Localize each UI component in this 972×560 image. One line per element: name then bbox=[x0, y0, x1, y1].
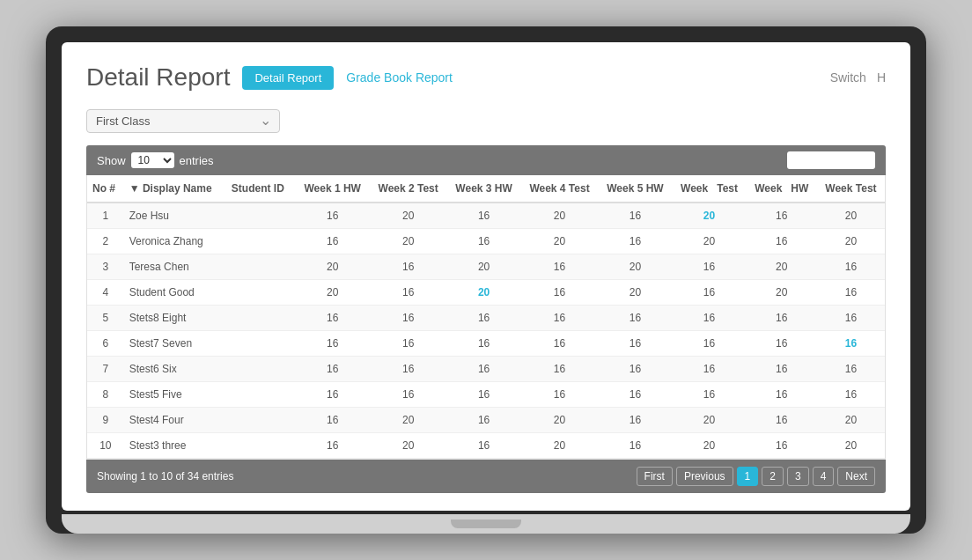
pagination-next[interactable]: Next bbox=[837, 467, 875, 486]
page-title: Detail Report bbox=[86, 63, 230, 92]
col-header-student-id: Student ID bbox=[226, 175, 296, 203]
pagination-page-4[interactable]: 4 bbox=[813, 467, 835, 486]
table-wrapper: No # ▼ Display Name Student ID Week 1 HW… bbox=[86, 175, 886, 460]
table-cell-student_id bbox=[226, 433, 296, 459]
table-cell-student_id bbox=[226, 408, 296, 433]
table-cell-w7_hw: 16 bbox=[747, 408, 817, 433]
table-cell-student_id bbox=[226, 306, 296, 331]
table-cell-w7_hw: 16 bbox=[747, 203, 817, 229]
table-cell-name: Stest6 Six bbox=[124, 357, 226, 382]
pagination-previous[interactable]: Previous bbox=[676, 467, 733, 486]
table-cell-w1_test: 20 bbox=[370, 408, 447, 433]
class-select-wrapper: First Class Second Class Third Class bbox=[86, 109, 280, 133]
pagination-page-1[interactable]: 1 bbox=[737, 467, 759, 486]
table-cell-name: Veronica Zhang bbox=[124, 229, 226, 254]
table-cell-name: Stest4 Four bbox=[124, 408, 226, 433]
col-header-w8-test: Week Test bbox=[817, 175, 885, 203]
table-row: 3Teresa Chen2016201620162016 bbox=[87, 254, 885, 280]
table-cell-w6_test: 20 bbox=[672, 433, 746, 459]
table-cell-name: Student Good bbox=[124, 280, 226, 306]
table-cell-no: 5 bbox=[87, 306, 124, 331]
pagination-page-3[interactable]: 3 bbox=[787, 467, 809, 486]
table-cell-w4_test: 20 bbox=[521, 203, 599, 229]
table-cell-w7_hw: 16 bbox=[747, 229, 817, 254]
table-cell-w5_hw: 20 bbox=[599, 254, 673, 280]
table-cell-w4_test: 16 bbox=[521, 280, 599, 306]
table-row: 7Stest6 Six1616161616161616 bbox=[87, 357, 885, 382]
table-cell-name: Teresa Chen bbox=[124, 254, 226, 280]
table-cell-w1_hw: 16 bbox=[296, 203, 370, 229]
table-cell-w4_test: 16 bbox=[521, 254, 599, 280]
table-cell-w1_test: 16 bbox=[370, 280, 447, 306]
pagination-page-2[interactable]: 2 bbox=[762, 467, 784, 486]
table-cell-w6_test: 16 bbox=[672, 306, 746, 331]
table-cell-w3_hw: 16 bbox=[447, 433, 521, 459]
table-cell-name: Stest5 Five bbox=[124, 382, 226, 408]
table-cell-w6_test: 16 bbox=[672, 254, 746, 280]
table-cell-w1_hw: 20 bbox=[296, 254, 370, 280]
table-cell-no: 2 bbox=[87, 229, 124, 254]
laptop-base bbox=[62, 514, 910, 534]
table-cell-w1_hw: 16 bbox=[296, 382, 370, 408]
table-row: 1Zoe Hsu1620162016201620 bbox=[87, 203, 885, 229]
gradebook-report-link[interactable]: Grade Book Report bbox=[346, 70, 453, 85]
table-cell-w1_test: 16 bbox=[370, 331, 447, 357]
table-cell-w1_test: 20 bbox=[370, 433, 447, 459]
table-cell-no: 7 bbox=[87, 357, 124, 382]
table-cell-name: Zoe Hsu bbox=[124, 203, 226, 229]
table-cell-w3_hw: 16 bbox=[447, 229, 521, 254]
table-cell-w5_hw: 16 bbox=[599, 382, 673, 408]
detail-report-button[interactable]: Detail Report bbox=[242, 66, 334, 90]
table-cell-w1_test: 16 bbox=[370, 382, 447, 408]
entries-select[interactable]: 10 25 50 100 bbox=[131, 152, 174, 168]
table-cell-w7_hw: 16 bbox=[747, 433, 817, 459]
table-cell-w7_hw: 20 bbox=[747, 254, 817, 280]
table-cell-w6_test: 16 bbox=[672, 331, 746, 357]
table-cell-w6_test: 20 bbox=[672, 408, 746, 433]
class-select[interactable]: First Class Second Class Third Class bbox=[86, 109, 280, 133]
table-cell-student_id bbox=[226, 382, 296, 408]
table-cell-w4_test: 16 bbox=[521, 331, 599, 357]
table-cell-w5_hw: 16 bbox=[599, 306, 673, 331]
table-cell-w8_test: 20 bbox=[817, 229, 885, 254]
highlighted-value: 20 bbox=[703, 210, 715, 222]
table-cell-w1_hw: 16 bbox=[296, 357, 370, 382]
table-cell-w5_hw: 16 bbox=[599, 433, 673, 459]
table-cell-w8_test: 16 bbox=[817, 357, 885, 382]
table-cell-w6_test: 20 bbox=[672, 203, 746, 229]
search-input[interactable] bbox=[787, 151, 875, 169]
table-cell-w1_hw: 16 bbox=[296, 331, 370, 357]
table-cell-w8_test: 20 bbox=[817, 408, 885, 433]
show-entries-bar: Show 10 25 50 100 entries bbox=[86, 145, 886, 175]
col-header-w3-hw: Week 3 HW bbox=[447, 175, 521, 203]
col-header-w1-hw: Week 1 HW bbox=[296, 175, 370, 203]
col-header-w6-test: Week Test bbox=[672, 175, 746, 203]
table-cell-w1_hw: 20 bbox=[296, 280, 370, 306]
table-cell-student_id bbox=[226, 280, 296, 306]
table-cell-w3_hw: 20 bbox=[447, 280, 521, 306]
table-cell-w7_hw: 16 bbox=[747, 357, 817, 382]
pagination: First Previous 1 2 3 4 Next bbox=[637, 467, 875, 486]
table-cell-w3_hw: 16 bbox=[447, 357, 521, 382]
table-cell-no: 8 bbox=[87, 382, 124, 408]
table-row: 5Stets8 Eight1616161616161616 bbox=[87, 306, 885, 331]
table-cell-w4_test: 16 bbox=[521, 357, 599, 382]
table-cell-student_id bbox=[226, 203, 296, 229]
table-cell-no: 3 bbox=[87, 254, 124, 280]
table-cell-w3_hw: 16 bbox=[447, 203, 521, 229]
table-cell-w5_hw: 16 bbox=[599, 408, 673, 433]
table-cell-w4_test: 16 bbox=[521, 382, 599, 408]
table-cell-w3_hw: 16 bbox=[447, 408, 521, 433]
table-cell-name: Stest3 three bbox=[124, 433, 226, 459]
table-cell-w4_test: 20 bbox=[521, 433, 599, 459]
table-cell-student_id bbox=[226, 357, 296, 382]
table-cell-student_id bbox=[226, 229, 296, 254]
pagination-first[interactable]: First bbox=[637, 467, 673, 486]
table-cell-w7_hw: 16 bbox=[747, 306, 817, 331]
table-cell-w1_hw: 16 bbox=[296, 433, 370, 459]
col-header-w2-test: Week 2 Test bbox=[370, 175, 447, 203]
screen-content: Detail Report Detail Report Grade Book R… bbox=[62, 42, 910, 511]
table-row: 8Stest5 Five1616161616161616 bbox=[87, 382, 885, 408]
laptop-screen: Detail Report Detail Report Grade Book R… bbox=[62, 42, 910, 511]
table-cell-w4_test: 20 bbox=[521, 408, 599, 433]
